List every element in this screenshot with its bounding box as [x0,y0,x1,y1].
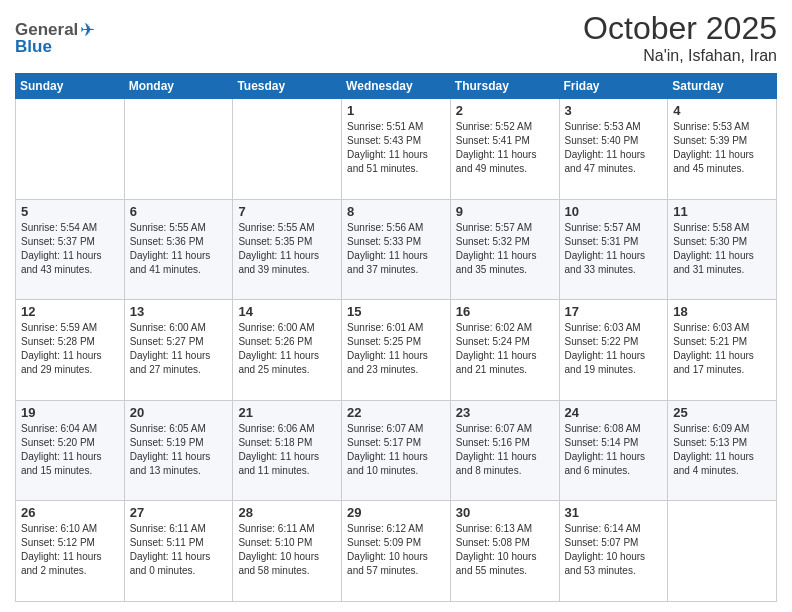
day-info: Sunrise: 6:12 AM Sunset: 5:09 PM Dayligh… [347,522,445,578]
day-info: Sunrise: 6:06 AM Sunset: 5:18 PM Dayligh… [238,422,336,478]
day-info: Sunrise: 5:57 AM Sunset: 5:32 PM Dayligh… [456,221,554,277]
calendar-week-row: 26Sunrise: 6:10 AM Sunset: 5:12 PM Dayli… [16,501,777,602]
calendar-cell: 12Sunrise: 5:59 AM Sunset: 5:28 PM Dayli… [16,300,125,401]
title-block: October 2025 Na'in, Isfahan, Iran [583,10,777,65]
day-number: 11 [673,204,771,219]
day-info: Sunrise: 6:13 AM Sunset: 5:08 PM Dayligh… [456,522,554,578]
calendar-page: General ✈ Blue October 2025 Na'in, Isfah… [0,0,792,612]
calendar-cell: 2Sunrise: 5:52 AM Sunset: 5:41 PM Daylig… [450,99,559,200]
calendar-cell: 4Sunrise: 5:53 AM Sunset: 5:39 PM Daylig… [668,99,777,200]
calendar-cell: 9Sunrise: 5:57 AM Sunset: 5:32 PM Daylig… [450,199,559,300]
day-number: 8 [347,204,445,219]
calendar-day-header: Saturday [668,74,777,99]
calendar-cell: 31Sunrise: 6:14 AM Sunset: 5:07 PM Dayli… [559,501,668,602]
calendar-cell: 20Sunrise: 6:05 AM Sunset: 5:19 PM Dayli… [124,400,233,501]
day-number: 19 [21,405,119,420]
day-number: 14 [238,304,336,319]
calendar-cell: 3Sunrise: 5:53 AM Sunset: 5:40 PM Daylig… [559,99,668,200]
calendar-cell: 24Sunrise: 6:08 AM Sunset: 5:14 PM Dayli… [559,400,668,501]
calendar-cell: 29Sunrise: 6:12 AM Sunset: 5:09 PM Dayli… [342,501,451,602]
calendar-cell: 30Sunrise: 6:13 AM Sunset: 5:08 PM Dayli… [450,501,559,602]
day-number: 2 [456,103,554,118]
calendar-cell: 10Sunrise: 5:57 AM Sunset: 5:31 PM Dayli… [559,199,668,300]
day-info: Sunrise: 5:54 AM Sunset: 5:37 PM Dayligh… [21,221,119,277]
calendar-cell: 28Sunrise: 6:11 AM Sunset: 5:10 PM Dayli… [233,501,342,602]
day-info: Sunrise: 5:58 AM Sunset: 5:30 PM Dayligh… [673,221,771,277]
calendar-cell [16,99,125,200]
calendar-week-row: 5Sunrise: 5:54 AM Sunset: 5:37 PM Daylig… [16,199,777,300]
logo: General ✈ Blue [15,19,95,57]
day-info: Sunrise: 6:00 AM Sunset: 5:27 PM Dayligh… [130,321,228,377]
day-info: Sunrise: 6:10 AM Sunset: 5:12 PM Dayligh… [21,522,119,578]
day-info: Sunrise: 6:07 AM Sunset: 5:16 PM Dayligh… [456,422,554,478]
day-number: 29 [347,505,445,520]
day-info: Sunrise: 6:01 AM Sunset: 5:25 PM Dayligh… [347,321,445,377]
day-number: 18 [673,304,771,319]
day-info: Sunrise: 6:11 AM Sunset: 5:10 PM Dayligh… [238,522,336,578]
calendar-week-row: 12Sunrise: 5:59 AM Sunset: 5:28 PM Dayli… [16,300,777,401]
day-info: Sunrise: 5:57 AM Sunset: 5:31 PM Dayligh… [565,221,663,277]
calendar-cell: 6Sunrise: 5:55 AM Sunset: 5:36 PM Daylig… [124,199,233,300]
day-number: 20 [130,405,228,420]
day-number: 4 [673,103,771,118]
day-number: 6 [130,204,228,219]
logo-blue-text: Blue [15,37,52,57]
day-info: Sunrise: 6:05 AM Sunset: 5:19 PM Dayligh… [130,422,228,478]
calendar-header-row: SundayMondayTuesdayWednesdayThursdayFrid… [16,74,777,99]
day-number: 9 [456,204,554,219]
calendar-day-header: Tuesday [233,74,342,99]
calendar-day-header: Wednesday [342,74,451,99]
page-header: General ✈ Blue October 2025 Na'in, Isfah… [15,10,777,65]
day-number: 22 [347,405,445,420]
calendar-cell: 21Sunrise: 6:06 AM Sunset: 5:18 PM Dayli… [233,400,342,501]
day-info: Sunrise: 6:14 AM Sunset: 5:07 PM Dayligh… [565,522,663,578]
day-number: 24 [565,405,663,420]
page-title: October 2025 [583,10,777,47]
day-info: Sunrise: 6:00 AM Sunset: 5:26 PM Dayligh… [238,321,336,377]
calendar-cell: 26Sunrise: 6:10 AM Sunset: 5:12 PM Dayli… [16,501,125,602]
calendar-day-header: Monday [124,74,233,99]
day-info: Sunrise: 5:51 AM Sunset: 5:43 PM Dayligh… [347,120,445,176]
day-number: 30 [456,505,554,520]
logo-bird-icon: ✈ [80,19,95,41]
day-info: Sunrise: 6:03 AM Sunset: 5:22 PM Dayligh… [565,321,663,377]
calendar-cell: 25Sunrise: 6:09 AM Sunset: 5:13 PM Dayli… [668,400,777,501]
day-info: Sunrise: 5:53 AM Sunset: 5:39 PM Dayligh… [673,120,771,176]
calendar-cell: 19Sunrise: 6:04 AM Sunset: 5:20 PM Dayli… [16,400,125,501]
day-number: 1 [347,103,445,118]
calendar-cell: 27Sunrise: 6:11 AM Sunset: 5:11 PM Dayli… [124,501,233,602]
day-info: Sunrise: 6:02 AM Sunset: 5:24 PM Dayligh… [456,321,554,377]
calendar-cell [124,99,233,200]
calendar-cell: 5Sunrise: 5:54 AM Sunset: 5:37 PM Daylig… [16,199,125,300]
day-info: Sunrise: 5:53 AM Sunset: 5:40 PM Dayligh… [565,120,663,176]
calendar-week-row: 19Sunrise: 6:04 AM Sunset: 5:20 PM Dayli… [16,400,777,501]
calendar-cell [233,99,342,200]
page-subtitle: Na'in, Isfahan, Iran [583,47,777,65]
day-info: Sunrise: 6:11 AM Sunset: 5:11 PM Dayligh… [130,522,228,578]
day-number: 10 [565,204,663,219]
calendar-cell: 16Sunrise: 6:02 AM Sunset: 5:24 PM Dayli… [450,300,559,401]
day-number: 23 [456,405,554,420]
day-info: Sunrise: 6:03 AM Sunset: 5:21 PM Dayligh… [673,321,771,377]
calendar-cell: 18Sunrise: 6:03 AM Sunset: 5:21 PM Dayli… [668,300,777,401]
day-info: Sunrise: 5:56 AM Sunset: 5:33 PM Dayligh… [347,221,445,277]
day-info: Sunrise: 6:09 AM Sunset: 5:13 PM Dayligh… [673,422,771,478]
day-number: 21 [238,405,336,420]
calendar-cell: 8Sunrise: 5:56 AM Sunset: 5:33 PM Daylig… [342,199,451,300]
calendar-day-header: Thursday [450,74,559,99]
day-number: 28 [238,505,336,520]
calendar-table: SundayMondayTuesdayWednesdayThursdayFrid… [15,73,777,602]
day-number: 16 [456,304,554,319]
day-number: 31 [565,505,663,520]
day-info: Sunrise: 5:52 AM Sunset: 5:41 PM Dayligh… [456,120,554,176]
day-info: Sunrise: 5:55 AM Sunset: 5:36 PM Dayligh… [130,221,228,277]
calendar-cell: 17Sunrise: 6:03 AM Sunset: 5:22 PM Dayli… [559,300,668,401]
calendar-cell: 22Sunrise: 6:07 AM Sunset: 5:17 PM Dayli… [342,400,451,501]
calendar-cell: 14Sunrise: 6:00 AM Sunset: 5:26 PM Dayli… [233,300,342,401]
day-info: Sunrise: 6:04 AM Sunset: 5:20 PM Dayligh… [21,422,119,478]
day-number: 27 [130,505,228,520]
calendar-cell: 1Sunrise: 5:51 AM Sunset: 5:43 PM Daylig… [342,99,451,200]
day-number: 5 [21,204,119,219]
day-info: Sunrise: 6:08 AM Sunset: 5:14 PM Dayligh… [565,422,663,478]
day-number: 25 [673,405,771,420]
